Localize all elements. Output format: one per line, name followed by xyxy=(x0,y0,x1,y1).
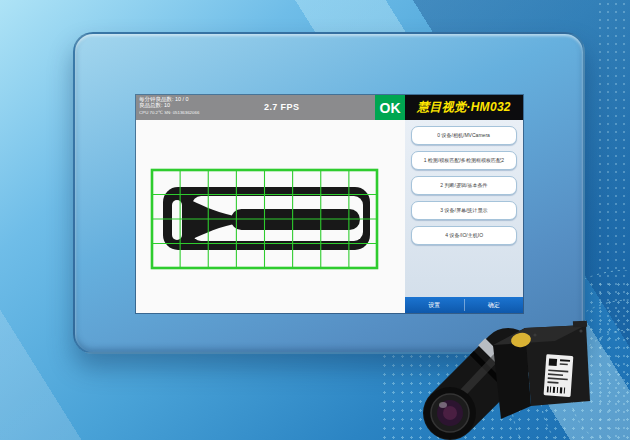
tool-menu-panel: 0 设备/相机/MVCamera 1 检测/模板匹配/多检测框模板匹配2 2 判… xyxy=(405,120,523,313)
fps-readout: 2.7 FPS xyxy=(264,102,299,112)
brand-title: 慧目视觉·HM032 xyxy=(405,95,523,120)
industrial-camera xyxy=(405,315,630,440)
camera-viewport xyxy=(136,120,405,313)
menu-button-host-io[interactable]: 4 设备/IO/主机IO xyxy=(411,226,517,245)
menu-button-logic-condition[interactable]: 2 判断/逻辑/基本条件 xyxy=(411,176,517,195)
menu-button-display-stats[interactable]: 3 设备/屏幕/统计显示 xyxy=(411,201,517,220)
settings-button[interactable]: 设置 xyxy=(405,297,464,313)
camera-label xyxy=(544,354,574,397)
inspection-grid xyxy=(152,170,377,268)
menu-button-template-match[interactable]: 1 检测/模板匹配/多检测框模板匹配2 xyxy=(411,151,517,170)
inspection-view xyxy=(136,120,405,313)
screen-content: 0 设备/相机/MVCamera 1 检测/模板匹配/多检测框模板匹配2 2 判… xyxy=(136,120,523,313)
topbar: 每分钟良品数: 10 / 0 良品总数: 10 CPU 70.2℃ SN: 05… xyxy=(136,95,523,120)
confirm-button[interactable]: 确定 xyxy=(465,297,524,313)
stat-cpu-sn: CPU 70.2℃ SN: 05136362066 xyxy=(139,110,375,115)
hmi-panel-device: 每分钟良品数: 10 / 0 良品总数: 10 CPU 70.2℃ SN: 05… xyxy=(73,32,585,354)
panel-footer: 设置 确定 xyxy=(405,297,523,313)
status-badge: OK xyxy=(375,95,405,120)
production-stats: 每分钟良品数: 10 / 0 良品总数: 10 CPU 70.2℃ SN: 05… xyxy=(136,95,375,120)
lens-glint xyxy=(439,402,447,408)
menu-button-camera[interactable]: 0 设备/相机/MVCamera xyxy=(411,126,517,145)
scene: 每分钟良品数: 10 / 0 良品总数: 10 CPU 70.2℃ SN: 05… xyxy=(0,0,630,440)
hmi-screen: 每分钟良品数: 10 / 0 良品总数: 10 CPU 70.2℃ SN: 05… xyxy=(136,95,523,313)
